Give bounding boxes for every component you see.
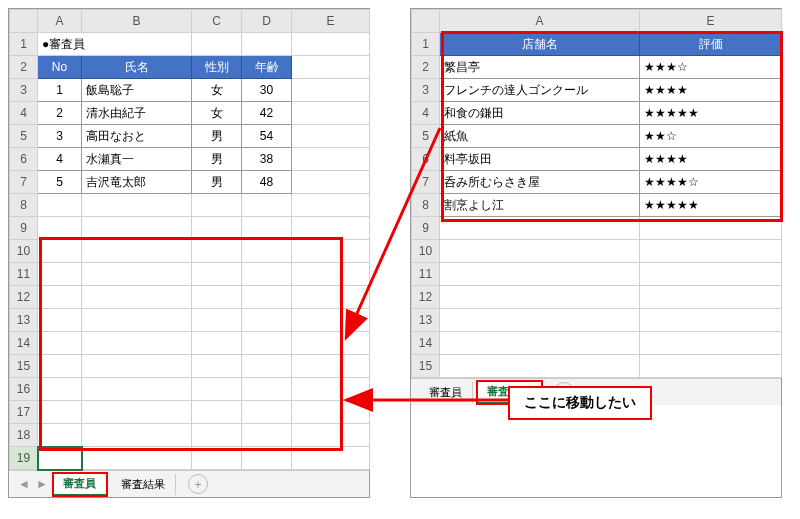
cell[interactable]: ★★★★★	[640, 102, 782, 125]
col-header-E[interactable]: E	[640, 10, 782, 33]
right-workbook-pane: A E 1 店舗名 評価 2 繁昌亭 ★★★☆ 3 フレンチの達人ゴンクール ★…	[410, 8, 782, 498]
row-header[interactable]: 15	[412, 355, 440, 378]
header-shop[interactable]: 店舗名	[440, 33, 640, 56]
cell[interactable]: 男	[192, 125, 242, 148]
row-header[interactable]: 1	[412, 33, 440, 56]
cell[interactable]: 男	[192, 148, 242, 171]
cell[interactable]: 3	[38, 125, 82, 148]
row-header[interactable]: 19	[10, 447, 38, 470]
cell[interactable]: 4	[38, 148, 82, 171]
cell[interactable]: 繁昌亭	[440, 56, 640, 79]
cell[interactable]: ★★★★★	[640, 194, 782, 217]
row-header[interactable]: 4	[10, 102, 38, 125]
row-header[interactable]: 17	[10, 401, 38, 424]
title-cell[interactable]: ●審査員	[38, 33, 192, 56]
cell[interactable]: 高田なおと	[82, 125, 192, 148]
col-header-A[interactable]: A	[38, 10, 82, 33]
cell[interactable]: 30	[242, 79, 292, 102]
cell[interactable]: 水瀬真一	[82, 148, 192, 171]
tab-results[interactable]: 審査結果	[111, 474, 176, 495]
add-sheet-icon[interactable]: ＋	[188, 474, 208, 494]
cell[interactable]: 吉沢竜太郎	[82, 171, 192, 194]
cell[interactable]: 呑み所むらさき屋	[440, 171, 640, 194]
row-header[interactable]: 7	[10, 171, 38, 194]
row-header[interactable]: 7	[412, 171, 440, 194]
col-header-B[interactable]: B	[82, 10, 192, 33]
col-header-A[interactable]: A	[440, 10, 640, 33]
cell[interactable]: 男	[192, 171, 242, 194]
row-header[interactable]: 10	[412, 240, 440, 263]
tab-judges[interactable]: 審査員	[53, 473, 107, 496]
select-all-corner[interactable]	[412, 10, 440, 33]
tab-judges[interactable]: 審査員	[419, 382, 473, 403]
col-header-E[interactable]: E	[292, 10, 370, 33]
row-header[interactable]: 2	[10, 56, 38, 79]
left-tabbar: ◄ ► 審査員 審査結果 ＋	[9, 470, 369, 497]
row-header[interactable]: 16	[10, 378, 38, 401]
cell[interactable]: 54	[242, 125, 292, 148]
row-header[interactable]: 4	[412, 102, 440, 125]
left-grid[interactable]: A B C D E 1 ●審査員 2 No 氏名 性別 年齢 3 1	[9, 9, 370, 470]
cell[interactable]: 割烹よし江	[440, 194, 640, 217]
header-no[interactable]: No	[38, 56, 82, 79]
cell[interactable]: ★★★★	[640, 148, 782, 171]
row-header[interactable]: 3	[10, 79, 38, 102]
row-header[interactable]: 9	[10, 217, 38, 240]
row-header[interactable]: 5	[412, 125, 440, 148]
header-rating[interactable]: 評価	[640, 33, 782, 56]
row-header[interactable]: 3	[412, 79, 440, 102]
cell[interactable]: 和食の鎌田	[440, 102, 640, 125]
cell[interactable]: ★★★★☆	[640, 171, 782, 194]
right-grid[interactable]: A E 1 店舗名 評価 2 繁昌亭 ★★★☆ 3 フレンチの達人ゴンクール ★…	[411, 9, 782, 378]
row-header[interactable]: 8	[412, 194, 440, 217]
cell[interactable]: 紙魚	[440, 125, 640, 148]
row-header[interactable]: 12	[10, 286, 38, 309]
cell[interactable]: 48	[242, 171, 292, 194]
row-header[interactable]: 5	[10, 125, 38, 148]
row-header[interactable]: 11	[10, 263, 38, 286]
cell[interactable]: 清水由紀子	[82, 102, 192, 125]
tab-nav-next-icon[interactable]: ►	[35, 477, 49, 491]
col-header-C[interactable]: C	[192, 10, 242, 33]
header-sex[interactable]: 性別	[192, 56, 242, 79]
cell[interactable]: 1	[38, 79, 82, 102]
cell[interactable]: ★★★☆	[640, 56, 782, 79]
row-header[interactable]: 10	[10, 240, 38, 263]
cell[interactable]: 42	[242, 102, 292, 125]
row-header[interactable]: 11	[412, 263, 440, 286]
cell[interactable]: 2	[38, 102, 82, 125]
row-header[interactable]: 8	[10, 194, 38, 217]
annotation-callout: ここに移動したい	[508, 386, 652, 420]
select-all-corner[interactable]	[10, 10, 38, 33]
row-header[interactable]: 13	[10, 309, 38, 332]
row-header[interactable]: 18	[10, 424, 38, 447]
row-header[interactable]: 9	[412, 217, 440, 240]
row-header[interactable]: 15	[10, 355, 38, 378]
left-workbook-pane: A B C D E 1 ●審査員 2 No 氏名 性別 年齢 3 1	[8, 8, 370, 498]
row-header[interactable]: 14	[10, 332, 38, 355]
cell[interactable]: ★★☆	[640, 125, 782, 148]
cell[interactable]: 飯島聡子	[82, 79, 192, 102]
row-header[interactable]: 1	[10, 33, 38, 56]
cell[interactable]: フレンチの達人ゴンクール	[440, 79, 640, 102]
row-header[interactable]: 2	[412, 56, 440, 79]
cell[interactable]: 38	[242, 148, 292, 171]
active-cell[interactable]	[38, 447, 82, 470]
row-header[interactable]: 14	[412, 332, 440, 355]
row-header[interactable]: 12	[412, 286, 440, 309]
tab-nav-prev-icon[interactable]: ◄	[17, 477, 31, 491]
cell[interactable]: 5	[38, 171, 82, 194]
cell[interactable]: ★★★★	[640, 79, 782, 102]
cell[interactable]: 女	[192, 102, 242, 125]
row-header[interactable]: 6	[412, 148, 440, 171]
header-age[interactable]: 年齢	[242, 56, 292, 79]
cell[interactable]: 料亭坂田	[440, 148, 640, 171]
row-header[interactable]: 6	[10, 148, 38, 171]
row-header[interactable]: 13	[412, 309, 440, 332]
cell[interactable]: 女	[192, 79, 242, 102]
col-header-D[interactable]: D	[242, 10, 292, 33]
header-name[interactable]: 氏名	[82, 56, 192, 79]
